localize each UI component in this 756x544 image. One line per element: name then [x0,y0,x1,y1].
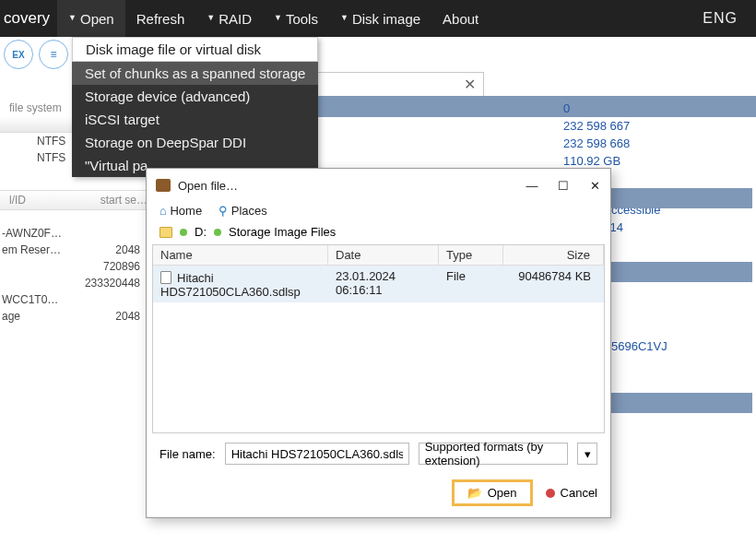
file-list-header: Name Date Type Size [153,245,604,266]
menu-disk-image[interactable]: ▼Disk image [329,0,431,37]
dialog-path: D: Storage Image Files [147,223,610,244]
cancel-icon [546,489,555,498]
dropdown-item-iscsi[interactable]: iSCSI target [72,108,318,131]
file-icon [160,271,171,284]
menu-refresh[interactable]: Refresh [125,0,196,37]
status-dot-icon [214,229,221,236]
info-value: 232 598 668 [558,135,752,152]
dialog-title: Open file… [178,179,238,193]
col-date[interactable]: Date [328,245,439,265]
menu-tools[interactable]: ▼Tools [263,0,329,37]
filter-combo[interactable]: Supported formats (by extension) [419,443,568,465]
chevron-down-icon: ▾ [585,447,591,461]
menu-raid[interactable]: ▼RAID [195,0,263,37]
dropdown-icon: ▼ [207,13,215,22]
app-title-fragment: covery [4,9,57,28]
menu-open[interactable]: ▼Open [57,0,125,37]
dialog-actions: 📂 Open Cancel [147,470,610,517]
close-icon[interactable]: ✕ [464,76,476,93]
filter-dropdown-button[interactable]: ▾ [577,443,597,465]
col-name[interactable]: Name [153,245,328,265]
dialog-nav: ⌂ Home ⚲ Places [147,202,610,223]
dropdown-icon: ▼ [274,13,282,22]
dropdown-item-deepspar[interactable]: Storage on DeepSpar DDI [72,131,318,154]
folder-icon [159,227,172,238]
open-file-dialog: Open file… — ☐ ✕ ⌂ Home ⚲ Places D: Stor… [146,168,611,518]
places-icon: ⚲ [219,204,228,218]
col-size[interactable]: Size [503,245,604,265]
filename-input[interactable] [225,443,409,465]
dialog-titlebar: Open file… — ☐ ✕ [147,169,610,202]
cancel-button[interactable]: Cancel [546,486,597,500]
drive-label[interactable]: D: [195,225,207,239]
dropdown-icon: ▼ [68,13,77,22]
dropdown-item-chunks[interactable]: Set of chunks as a spanned storage [72,62,318,85]
dialog-filename-row: File name: Supported formats (by extensi… [147,433,610,470]
open-dropdown: Disk image file or virtual disk Set of c… [72,37,318,177]
hex-view-button[interactable]: EX [4,40,33,69]
open-button[interactable]: 📂 Open [452,479,533,506]
file-row[interactable]: Hitachi HDS721050CLA360.sdlsp 23.01.2024… [153,266,604,302]
home-icon: ⌂ [159,204,167,218]
language-selector[interactable]: ENG [703,10,752,27]
places-link[interactable]: ⚲ Places [219,204,267,218]
maximize-button[interactable]: ☐ [557,179,570,193]
minimize-button[interactable]: — [526,179,538,193]
file-list: Name Date Type Size Hitachi HDS721050CLA… [152,244,605,433]
list-view-button[interactable]: ≡ [39,40,68,69]
dropdown-item-disk-image[interactable]: Disk image file or virtual disk [72,37,318,62]
menu-about[interactable]: About [431,0,490,37]
home-link[interactable]: ⌂ Home [159,204,202,218]
open-folder-icon: 📂 [467,486,482,500]
close-button[interactable]: ✕ [588,179,601,193]
folder-label[interactable]: Storage Image Files [229,225,336,239]
filename-label: File name: [159,447,216,461]
dropdown-icon: ▼ [340,13,348,22]
folder-icon [156,179,171,192]
info-value: 0 [558,100,752,117]
col-type[interactable]: Type [439,245,503,265]
info-value: 232 598 667 [558,117,752,135]
dropdown-item-storage-device[interactable]: Storage device (advanced) [72,85,318,108]
status-dot-icon [180,229,187,236]
menubar: covery ▼Open Refresh ▼RAID ▼Tools ▼Disk … [0,0,756,37]
